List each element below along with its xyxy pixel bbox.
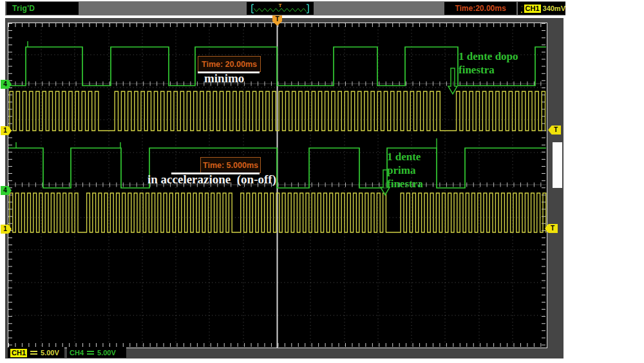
trigger-source-badge: CH1 <box>524 5 541 13</box>
ch1-badge: CH1 <box>10 349 27 357</box>
preview-right-bracket-icon <box>307 5 308 13</box>
ch1-readout: CH1 5.00V <box>8 348 64 358</box>
dente-prima-line3: finestra <box>387 177 423 191</box>
dente-dopo-line2: finestra <box>459 63 518 77</box>
ch4-scale-text: 5.00V <box>97 349 116 357</box>
ch4-readout: CH4 5.00V <box>67 348 126 358</box>
rising-edge-icon <box>520 3 522 14</box>
annotation-label-accelerazione: in accelerazione (on-off) <box>147 172 276 187</box>
annotation-dente-dopo: 1 dente dopo finestra <box>459 50 518 77</box>
ch1-scale-text: 5.00V <box>41 349 59 357</box>
dente-prima-line1: 1 dente <box>387 150 423 163</box>
waveform-preview-box: T <box>247 2 314 15</box>
time-readout-box: Time:20.00ms <box>444 2 516 15</box>
annotation-time-accelerazione: Time: 5.000ms <box>200 157 261 173</box>
trigger-settings-box: CH1 340mV <box>518 2 565 15</box>
trigger-status-box: Trig'D <box>6 2 79 15</box>
dente-prima-line2: prima <box>387 163 423 177</box>
trigger-level-text: 340mV <box>543 5 565 12</box>
bezel-notch <box>553 142 562 188</box>
annotation-label-minimo: minimo <box>204 71 244 86</box>
annotation-dente-prima: 1 dente prima finestra <box>387 150 423 191</box>
time-readout-text: Time:20.00ms <box>455 4 506 13</box>
annotation-time-minimo: Time: 20.00ms <box>198 56 261 72</box>
waveform-preview-icon: T <box>247 2 314 15</box>
dc-coupling-icon <box>87 351 94 355</box>
trigger-status-text: Trig'D <box>12 4 35 13</box>
dc-coupling-icon <box>30 351 37 355</box>
dente-dopo-line1: 1 dente dopo <box>459 50 518 63</box>
top-status-bar: Trig'D T Time:20.00ms CH1 340mV <box>5 1 565 15</box>
oscilloscope-screenshot: Trig'D T Time:20.00ms CH1 340mV T Time: <box>0 0 644 363</box>
ch4-label: CH4 <box>70 349 84 357</box>
preview-trigger-marker: T <box>279 3 282 8</box>
preview-left-bracket-icon <box>252 5 254 13</box>
